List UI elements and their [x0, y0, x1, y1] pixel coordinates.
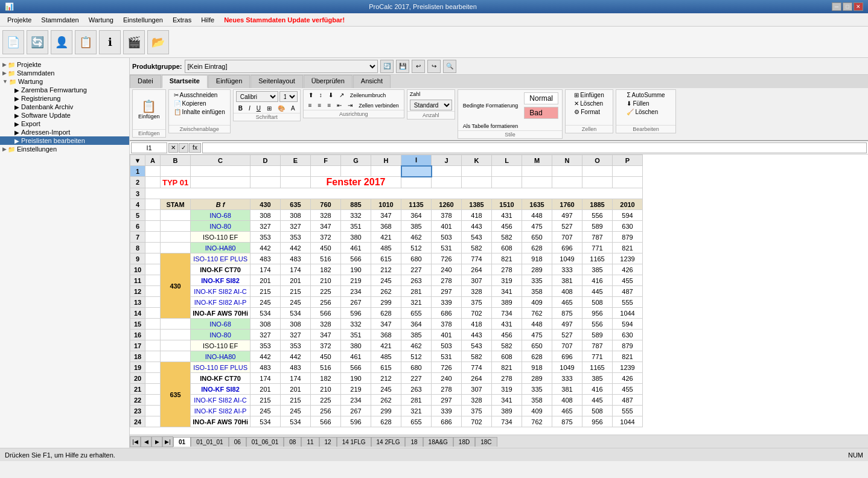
col-header-i[interactable]: I: [401, 155, 432, 166]
cell-c2[interactable]: [191, 177, 251, 188]
cell-c18[interactable]: INO-HA80: [191, 351, 251, 362]
row-header-24[interactable]: 24: [130, 416, 145, 427]
cell-f11[interactable]: 210: [311, 275, 341, 286]
maximize-button[interactable]: □: [843, 2, 852, 11]
col-header-n[interactable]: N: [552, 155, 582, 166]
cell-n1[interactable]: [552, 166, 582, 177]
cell-o20[interactable]: 385: [582, 373, 613, 384]
cell-g7[interactable]: 380: [341, 232, 371, 243]
cell-a22[interactable]: [145, 395, 161, 406]
inhalte-einfuegen-btn[interactable]: 📋 Inhalte einfügen: [171, 108, 228, 116]
cell-p6[interactable]: 630: [613, 221, 643, 232]
cell-a4[interactable]: [145, 199, 161, 210]
cell-f14[interactable]: 566: [311, 308, 341, 319]
product-refresh-btn[interactable]: 🔄: [380, 60, 394, 73]
cell-a18[interactable]: [145, 351, 161, 362]
cell-c22[interactable]: INO-KF SI82 AI-C: [191, 395, 251, 406]
cell-d24[interactable]: 534: [251, 416, 281, 427]
cell-a14[interactable]: [145, 308, 161, 319]
cell-k21[interactable]: 307: [462, 384, 492, 395]
cell-p4[interactable]: 2010: [613, 199, 643, 210]
cell-d21[interactable]: 201: [251, 384, 281, 395]
row-header-23[interactable]: 23: [130, 406, 145, 416]
cell-f21[interactable]: 210: [311, 384, 341, 395]
cell-i17[interactable]: 462: [401, 340, 432, 351]
col-header-m[interactable]: M: [522, 155, 552, 166]
cell-o6[interactable]: 589: [582, 221, 613, 232]
cell-m20[interactable]: 289: [522, 373, 552, 384]
cell-a17[interactable]: [145, 340, 161, 351]
cell-p12[interactable]: 487: [613, 286, 643, 297]
cell-l18[interactable]: 608: [492, 351, 522, 362]
cell-o11[interactable]: 416: [582, 275, 613, 286]
cell-i13[interactable]: 321: [401, 297, 432, 308]
cell-e12[interactable]: 215: [281, 286, 311, 297]
cell-m1[interactable]: [522, 166, 552, 177]
cell-p20[interactable]: 426: [613, 373, 643, 384]
cell-c15[interactable]: INO-68: [191, 319, 251, 330]
close-button[interactable]: ✕: [854, 2, 863, 11]
cell-l8[interactable]: 608: [492, 243, 522, 253]
menu-stammdaten[interactable]: Stammdaten: [36, 15, 83, 25]
cell-o21[interactable]: 416: [582, 384, 613, 395]
cell-j21[interactable]: 278: [432, 384, 462, 395]
cell-o22[interactable]: 445: [582, 395, 613, 406]
formula-input[interactable]: [202, 142, 867, 153]
cell-n15[interactable]: 497: [552, 319, 582, 330]
cell-f19[interactable]: 516: [311, 362, 341, 373]
cell-g5[interactable]: 332: [341, 210, 371, 221]
cell-f9[interactable]: 516: [311, 253, 341, 264]
cell-g16[interactable]: 351: [341, 330, 371, 340]
cell-o7[interactable]: 787: [582, 232, 613, 243]
cell-j23[interactable]: 339: [432, 406, 462, 416]
cell-p8[interactable]: 821: [613, 243, 643, 253]
indent-inc-btn[interactable]: ⇥: [345, 101, 355, 109]
cell-k19[interactable]: 774: [462, 362, 492, 373]
cell-g10[interactable]: 190: [341, 264, 371, 275]
sheet-tab-01_06_01[interactable]: 01_06_01: [246, 437, 284, 447]
cell-c12[interactable]: INO-KF SI82 AI-C: [191, 286, 251, 297]
cell-j10[interactable]: 240: [432, 264, 462, 275]
clear-btn[interactable]: 🧹 Löschen: [624, 108, 667, 116]
angle-btn[interactable]: ↗: [337, 91, 346, 99]
product-select[interactable]: [Kein Eintrag]: [185, 60, 378, 73]
cell-l6[interactable]: 456: [492, 221, 522, 232]
cell-k1[interactable]: [462, 166, 492, 177]
cell-g17[interactable]: 380: [341, 340, 371, 351]
cell-m18[interactable]: 628: [522, 351, 552, 362]
cell-o17[interactable]: 787: [582, 340, 613, 351]
cell-j14[interactable]: 686: [432, 308, 462, 319]
col-header-d[interactable]: D: [251, 155, 281, 166]
cell-g13[interactable]: 267: [341, 297, 371, 308]
cell-e9[interactable]: 483: [281, 253, 311, 264]
cell-b6[interactable]: [161, 221, 191, 232]
cell-a8[interactable]: [145, 243, 161, 253]
cell-m2[interactable]: [522, 177, 552, 188]
cell-a10[interactable]: [145, 264, 161, 275]
sheet-nav-prev[interactable]: ◀: [141, 436, 152, 447]
align-left-btn[interactable]: ≡: [306, 101, 314, 109]
cell-ref-input[interactable]: [131, 142, 167, 153]
cell-b2[interactable]: TYP 01: [161, 177, 191, 188]
col-header-e[interactable]: E: [281, 155, 311, 166]
cell-c19[interactable]: ISO-110 EF PLUS: [191, 362, 251, 373]
cell-h1[interactable]: [371, 166, 401, 177]
merge-btn[interactable]: Zellen verbinden: [356, 101, 401, 109]
cell-g15[interactable]: 332: [341, 319, 371, 330]
cell-e2[interactable]: [281, 177, 311, 188]
cell-i2[interactable]: [401, 177, 432, 188]
product-search-btn[interactable]: 🔍: [443, 60, 456, 73]
row-header-8[interactable]: 8: [130, 243, 145, 253]
cell-l23[interactable]: 389: [492, 406, 522, 416]
cell-j18[interactable]: 531: [432, 351, 462, 362]
cell-c9[interactable]: ISO-110 EF PLUS: [191, 253, 251, 264]
cell-n21[interactable]: 381: [552, 384, 582, 395]
cell-row3[interactable]: [145, 188, 643, 199]
ausschneiden-btn[interactable]: ✂ Ausschneiden: [171, 91, 228, 99]
cell-j16[interactable]: 401: [432, 330, 462, 340]
tool-copy[interactable]: 📋: [75, 30, 97, 54]
sheet-tab-01[interactable]: 01: [173, 437, 191, 447]
cell-n12[interactable]: 408: [552, 286, 582, 297]
cell-a6[interactable]: [145, 221, 161, 232]
cell-i5[interactable]: 364: [401, 210, 432, 221]
